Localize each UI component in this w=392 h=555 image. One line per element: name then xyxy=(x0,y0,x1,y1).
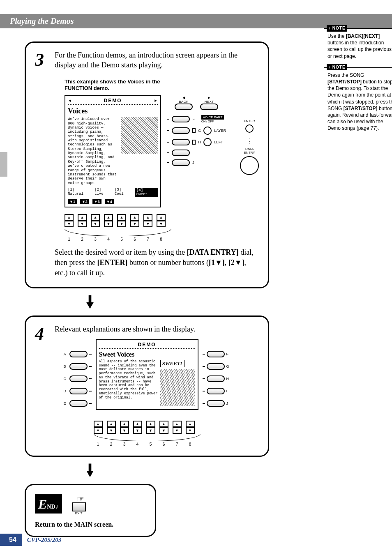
page-footer: 54 CVP-205/203 xyxy=(0,534,61,546)
e-button[interactable] xyxy=(69,400,88,407)
btn-8-down[interactable]: ▼ xyxy=(157,221,166,227)
lcd-heading: Voices xyxy=(68,107,158,115)
btn-7-up[interactable]: ▲ xyxy=(143,214,152,221)
step-3-box: 3 For the Function demos, an introductio… xyxy=(25,41,269,288)
lcd4-illustration xyxy=(160,369,195,406)
exit-figure: ☜ EXIT xyxy=(72,493,86,515)
pointing-hand-icon: ☜ xyxy=(77,494,84,504)
next-button[interactable] xyxy=(200,104,218,110)
btn-7-down[interactable]: ▼ xyxy=(143,221,152,227)
d-button[interactable] xyxy=(69,388,88,394)
g-button[interactable] xyxy=(172,127,190,134)
section-title: Playing the Demos xyxy=(10,16,74,25)
btn-6-down[interactable]: ▼ xyxy=(130,221,139,227)
i-button[interactable] xyxy=(207,388,225,394)
a-button[interactable] xyxy=(69,351,88,357)
f-button[interactable] xyxy=(172,116,190,122)
btn-1-up[interactable]: ▲ xyxy=(65,214,74,221)
enter-button[interactable] xyxy=(245,124,254,133)
btn-3-down[interactable]: ▼ xyxy=(91,221,100,227)
step-4-text: Relevant explanations are shown in the d… xyxy=(55,324,259,334)
data-entry-label: DATA ENTRY xyxy=(240,147,259,154)
step-3-caption: This example shows the Voices in the FUN… xyxy=(65,78,171,92)
lcd-arrow-tabs: ▼1 ▼2 ▼3 ▼4 xyxy=(68,199,158,204)
back-button[interactable] xyxy=(175,104,193,110)
layer-button[interactable] xyxy=(203,127,212,135)
end-badge: END♪ xyxy=(35,494,62,514)
flow-arrow-icon xyxy=(85,295,367,311)
back-label: BACK xyxy=(175,100,193,104)
j-button[interactable] xyxy=(172,159,190,166)
btn-8-up[interactable]: ▲ xyxy=(157,214,166,221)
btn-2-down[interactable]: ▼ xyxy=(78,221,87,227)
h-button[interactable] xyxy=(207,375,225,382)
right-controls: ENTER ··· DATA ENTRY xyxy=(240,95,259,207)
number-button-grid: ▲▼ ▲▼ ▲▼ ▲▼ ▲▼ ▲▼ ▲▼ ▲▼ xyxy=(65,214,259,227)
step-4-box: 4 Relevant explanations are shown in the… xyxy=(25,315,269,456)
lcd-illustration xyxy=(121,117,158,154)
j-button[interactable] xyxy=(207,400,225,407)
btn-4-up[interactable]: ▲ xyxy=(104,214,113,221)
step-4-number: 4 xyxy=(35,323,44,344)
end-text: Return to the MAIN screen. xyxy=(35,521,146,528)
btn-5-down[interactable]: ▼ xyxy=(117,221,126,227)
btn-1-down[interactable]: ▼ xyxy=(65,221,74,227)
note-box-1: NOTE Use the [BACK][NEXT] buttons in the… xyxy=(324,28,392,63)
step-3-text: For the Function demos, an introduction … xyxy=(55,50,259,70)
flow-arrow-icon xyxy=(85,463,367,479)
on-off-label: ON / OFF xyxy=(201,120,214,123)
c-button[interactable] xyxy=(69,375,88,382)
lcd-body-text: We've included over 800 high-quality, dy… xyxy=(68,117,118,185)
note-label: NOTE xyxy=(327,64,347,71)
exit-label: EXIT xyxy=(72,511,86,515)
b-button[interactable] xyxy=(69,363,88,370)
f-button[interactable] xyxy=(207,351,225,357)
i-button[interactable] xyxy=(172,150,190,156)
btn-6-up[interactable]: ▲ xyxy=(130,214,139,221)
lcd4-heading: Sweet Voices xyxy=(99,351,195,358)
page-number: 54 xyxy=(0,534,22,546)
lcd-option-tabs: [1] Natural [2] Live [3] Cool [4] Sweet xyxy=(68,188,158,197)
btn-4-down[interactable]: ▼ xyxy=(104,221,113,227)
lcd-title: DEMO xyxy=(104,98,122,104)
next-label: NEXT xyxy=(200,100,218,104)
h-button[interactable] xyxy=(172,139,190,145)
g-button[interactable] xyxy=(207,363,225,370)
btn-5-up[interactable]: ▲ xyxy=(117,214,126,221)
model-name: CVP-205/203 xyxy=(27,537,61,543)
step-3-instruction: Select the desired word or item by using… xyxy=(55,247,259,279)
panel-buttons: ◄BACK ►NEXT F VOICE PARTON / OFF GLAYER … xyxy=(167,95,226,207)
enter-label: ENTER xyxy=(240,119,259,123)
btn-2-up[interactable]: ▲ xyxy=(78,214,87,221)
end-box: END♪ ☜ EXIT Return to the MAIN screen. xyxy=(25,484,156,537)
sweet-tag: SWEET! xyxy=(160,360,184,367)
note-box-2: NOTE Press the SONG [START/STOP] button … xyxy=(324,67,392,136)
lcd-screen-voices: ◄ DEMO ► Voices We've included over 800 … xyxy=(65,95,161,207)
note-label: NOTE xyxy=(327,25,347,32)
data-entry-dial[interactable] xyxy=(240,156,259,175)
lcd-screen-sweet-voices: DEMO Sweet Voices All aspects of the aco… xyxy=(96,339,198,410)
step-3-number: 3 xyxy=(35,49,44,70)
voice-part-label: VOICE PART xyxy=(201,115,224,120)
lcd4-body-text: All aspects of the acoustic sound -- inc… xyxy=(99,360,158,406)
left-button[interactable] xyxy=(203,138,212,146)
btn-3-up[interactable]: ▲ xyxy=(91,214,100,221)
